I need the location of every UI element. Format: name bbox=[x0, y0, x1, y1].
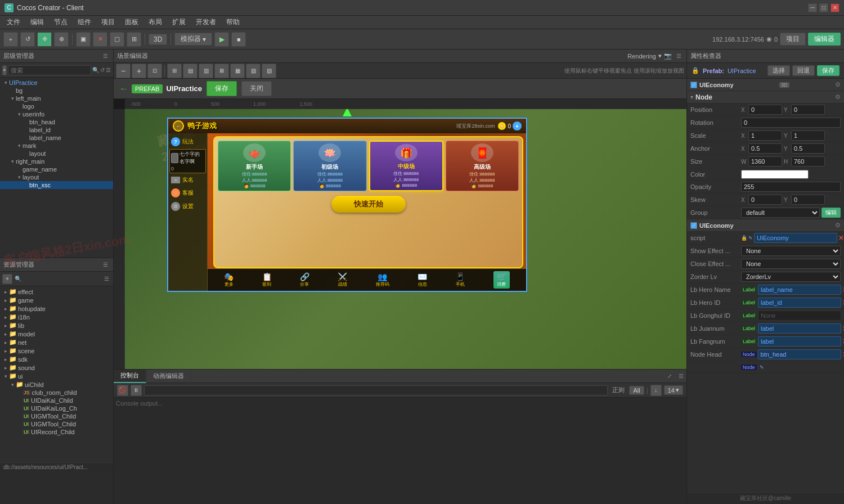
add-asset-button[interactable]: + bbox=[2, 274, 12, 284]
refresh-layer-icon[interactable]: ↺ bbox=[100, 66, 105, 75]
select-button[interactable]: 选择 bbox=[767, 65, 790, 76]
show-effect-select[interactable]: None bbox=[741, 246, 841, 256]
tree-item-btn-head[interactable]: ▸ btn_head bbox=[0, 118, 113, 126]
project-button[interactable]: 项目 bbox=[780, 33, 806, 46]
menu-file[interactable]: 文件 bbox=[2, 16, 25, 28]
anchor-y-input[interactable] bbox=[791, 143, 825, 154]
uieconomy-gear-icon[interactable]: ⚙ bbox=[835, 222, 841, 229]
quick-start-button[interactable]: 快速开始 bbox=[331, 196, 406, 213]
tree-item-layout[interactable]: ▸ layout bbox=[0, 150, 113, 158]
filter-all-button[interactable]: All bbox=[629, 386, 644, 395]
bottom-panel-menu[interactable]: ☰ bbox=[675, 372, 686, 381]
asset-uidaikailog[interactable]: ▸ UI UIDaiKaiLog_Ch bbox=[0, 404, 113, 412]
uieconomy-header[interactable]: ✓ UIEconomy 3D ⚙ bbox=[687, 79, 844, 91]
room-advanced[interactable]: 🧧 高级场 佳住:888888 人人:888888 🧑 888888 bbox=[446, 141, 519, 191]
game-service[interactable]: ☺ 客服 bbox=[169, 187, 206, 199]
align3-button[interactable]: ▥ bbox=[199, 64, 213, 78]
zoom-in-button[interactable]: + bbox=[132, 64, 146, 78]
menu-panel[interactable]: 面板 bbox=[120, 16, 143, 28]
layer-search-input[interactable] bbox=[8, 65, 91, 75]
anchor-x-input[interactable] bbox=[748, 143, 782, 154]
tree-item-game-name[interactable]: ▸ game_name bbox=[0, 165, 113, 173]
align5-button[interactable]: ▦ bbox=[230, 64, 245, 78]
tree-item-logo[interactable]: ▸ logo bbox=[0, 102, 113, 110]
asset-lib[interactable]: ▸ 📁 lib bbox=[0, 321, 113, 330]
tree-item-userinfo[interactable]: ▾ userinfo bbox=[0, 110, 113, 118]
nav-cart[interactable]: 🛒 消费 bbox=[493, 271, 510, 289]
simulate-button[interactable]: 模拟器 ▾ bbox=[174, 33, 212, 46]
inspector-save-button[interactable]: 保存 bbox=[817, 65, 839, 76]
script-input[interactable] bbox=[754, 233, 837, 243]
lb-hero-id-input[interactable] bbox=[758, 298, 841, 308]
console-search-input[interactable] bbox=[144, 385, 608, 395]
stop-button[interactable]: ■ bbox=[231, 32, 246, 47]
game-help[interactable]: ? 玩法 bbox=[169, 136, 206, 148]
asset-ui[interactable]: ▾ 📁 ui bbox=[0, 372, 113, 380]
refresh-button[interactable]: ↺ bbox=[20, 32, 35, 47]
room-medium[interactable]: 🎁 中级场 佳住:888888 人人:888888 🧑 888888 bbox=[369, 141, 443, 191]
tree-item-label-name[interactable]: ▸ label_name bbox=[0, 134, 113, 142]
asset-game[interactable]: ▸ 📁 game bbox=[0, 296, 113, 304]
tree-item-label-id[interactable]: ▸ label_id bbox=[0, 126, 113, 134]
nav-share[interactable]: 🔗 分享 bbox=[300, 272, 309, 287]
rotation-input[interactable] bbox=[741, 118, 841, 128]
close-effect-select[interactable]: None bbox=[741, 259, 841, 269]
position-y-input[interactable] bbox=[791, 105, 825, 115]
layer-menu-icon[interactable]: ☰ bbox=[106, 66, 111, 75]
lb-fangnum-input[interactable] bbox=[758, 336, 841, 346]
zoom-fit-button[interactable]: ⊡ bbox=[147, 64, 162, 78]
nav-info[interactable]: ✉️ 信息 bbox=[417, 272, 427, 287]
rect-tool-button[interactable]: ▣ bbox=[76, 32, 91, 47]
editor-button[interactable]: 编辑器 bbox=[808, 33, 841, 46]
zoom-out-button[interactable]: − bbox=[116, 64, 131, 78]
tree-item-layout2[interactable]: ▾ layout bbox=[0, 173, 113, 181]
size-w-input[interactable] bbox=[748, 156, 782, 166]
tree-item-btn-xsc[interactable]: ▸ btn_xsc bbox=[0, 181, 113, 189]
game-settings[interactable]: ⚙ 设置 bbox=[169, 200, 206, 213]
square-tool-button[interactable]: ▢ bbox=[110, 32, 124, 47]
clear-console-button[interactable]: 🚫 bbox=[117, 385, 128, 396]
camera-icon[interactable]: 📷 bbox=[664, 52, 672, 60]
close-button[interactable]: ✕ bbox=[830, 3, 839, 12]
opacity-input[interactable] bbox=[741, 182, 841, 192]
asset-menu-icon[interactable]: ☰ bbox=[102, 274, 111, 284]
prefab-close-button[interactable]: 关闭 bbox=[241, 81, 272, 96]
window-controls[interactable]: ─ □ ✕ bbox=[808, 3, 839, 12]
nav-more[interactable]: 🎭 更多 bbox=[224, 272, 234, 287]
pause-console-button[interactable]: ⏸ bbox=[131, 385, 142, 396]
asset-uidaikai[interactable]: ▸ UI UIDaiKai_Child bbox=[0, 397, 113, 404]
align1-button[interactable]: ⊞ bbox=[167, 64, 182, 78]
return-button[interactable]: 回退 bbox=[792, 65, 815, 76]
asset-sdk[interactable]: ▸ 📁 sdk bbox=[0, 355, 113, 363]
menu-node[interactable]: 节点 bbox=[50, 16, 72, 28]
close-tool-button[interactable]: ✕ bbox=[93, 32, 107, 47]
asset-model[interactable]: ▸ 📁 model bbox=[0, 330, 113, 338]
tree-item-right-main[interactable]: ▾ right_main bbox=[0, 158, 113, 165]
lb-hero-name-input[interactable] bbox=[758, 285, 841, 295]
tab-console[interactable]: 控制台 bbox=[114, 370, 146, 383]
skew-y-input[interactable] bbox=[791, 195, 825, 205]
search-icon[interactable]: 🔍 bbox=[92, 66, 99, 75]
menu-help[interactable]: 帮助 bbox=[222, 16, 244, 28]
component-enabled-checkbox[interactable]: ✓ bbox=[690, 82, 697, 88]
asset-scene[interactable]: ▸ 📁 scene bbox=[0, 346, 113, 355]
menu-edit[interactable]: 编辑 bbox=[26, 16, 48, 28]
game-realname[interactable]: ≡ 实名 bbox=[169, 174, 206, 186]
zorder-select[interactable]: ZorderLv bbox=[741, 272, 841, 282]
prefab-save-button[interactable]: 保存 bbox=[206, 81, 237, 96]
menu-layout[interactable]: 布局 bbox=[144, 16, 167, 28]
asset-manager-menu[interactable]: ☰ bbox=[101, 260, 110, 269]
node-section-header[interactable]: ▾ Node ⚙ bbox=[687, 91, 844, 104]
asset-effect[interactable]: ▸ 📁 effect bbox=[0, 287, 113, 296]
scene-menu[interactable]: ☰ bbox=[674, 52, 683, 61]
group-edit-button[interactable]: 编辑 bbox=[821, 208, 841, 218]
skew-x-input[interactable] bbox=[748, 195, 782, 205]
asset-uigmtool[interactable]: ▸ UI UIGMTool_Child bbox=[0, 412, 113, 420]
search-asset-icon[interactable]: 🔍 bbox=[14, 274, 23, 284]
back-icon[interactable]: ← bbox=[119, 84, 128, 94]
tree-item-left-main[interactable]: ▾ left_main bbox=[0, 94, 113, 102]
asset-uigmtool2[interactable]: ▸ UI UIGMTool_Child bbox=[0, 420, 113, 428]
menu-extend[interactable]: 扩展 bbox=[168, 16, 190, 28]
asset-uirecord[interactable]: ▸ UI UIRecord_Child bbox=[0, 428, 113, 436]
group-select[interactable]: default bbox=[741, 208, 820, 218]
